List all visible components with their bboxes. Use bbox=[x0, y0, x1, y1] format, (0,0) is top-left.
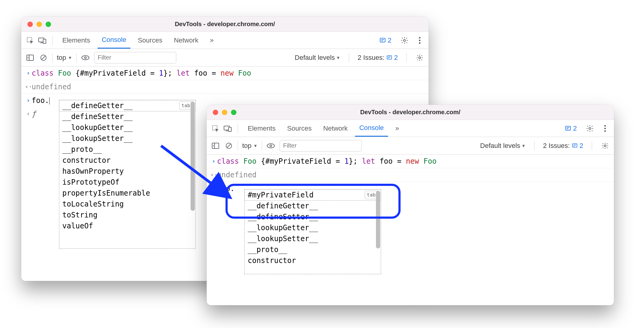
divider bbox=[349, 53, 349, 62]
autocomplete-item[interactable]: __lookupGetter__ bbox=[245, 222, 381, 233]
scrollbar[interactable] bbox=[376, 191, 380, 273]
device-toggle-icon[interactable] bbox=[38, 36, 47, 45]
devtools-window-after: DevTools - developer.chrome.com/ Element… bbox=[207, 105, 614, 305]
autocomplete-item[interactable]: __defineSetter__ bbox=[59, 111, 195, 122]
svg-rect-17 bbox=[566, 126, 571, 130]
autocomplete-item[interactable]: __defineGetter__ bbox=[245, 200, 381, 211]
tab-network[interactable]: Network bbox=[319, 120, 352, 137]
filter-input[interactable] bbox=[280, 140, 362, 152]
autocomplete-item[interactable]: __lookupSetter__ bbox=[245, 233, 381, 244]
log-levels-selector[interactable]: Default levels ▼ bbox=[295, 54, 340, 62]
minimize-icon[interactable] bbox=[222, 110, 227, 115]
issues-link[interactable]: 2 Issues: 2 bbox=[358, 54, 398, 62]
issues-label: 2 Issues: bbox=[358, 54, 384, 62]
levels-label: Default levels bbox=[295, 54, 335, 62]
svg-rect-3 bbox=[380, 38, 385, 42]
console-result-row: ‹· undefined bbox=[21, 80, 429, 94]
clear-console-icon[interactable] bbox=[39, 53, 48, 62]
inspect-icon[interactable] bbox=[26, 36, 35, 45]
autocomplete-item[interactable]: toString bbox=[59, 210, 195, 220]
close-icon[interactable] bbox=[213, 110, 218, 115]
tab-elements[interactable]: Elements bbox=[58, 32, 95, 49]
svg-point-10 bbox=[82, 56, 89, 60]
issues-indicator[interactable]: 2 bbox=[379, 36, 391, 44]
close-icon[interactable] bbox=[27, 22, 33, 27]
tab-sources[interactable]: Sources bbox=[133, 32, 167, 49]
svg-point-18 bbox=[589, 127, 591, 129]
console-settings-icon[interactable] bbox=[601, 141, 610, 150]
live-expression-icon[interactable] bbox=[81, 53, 90, 62]
context-label: top bbox=[242, 142, 252, 150]
autocomplete-item[interactable]: __lookupSetter__ bbox=[59, 133, 195, 144]
issues-indicator[interactable]: 2 bbox=[565, 125, 577, 132]
console-body: › class Foo {#myPrivateField = 1}; let f… bbox=[207, 155, 614, 195]
inspect-icon[interactable] bbox=[211, 124, 220, 133]
divider bbox=[52, 36, 53, 45]
tab-elements[interactable]: Elements bbox=[243, 120, 280, 137]
autocomplete-item[interactable]: __proto__ bbox=[245, 244, 381, 255]
autocomplete-item[interactable]: valueOf bbox=[59, 220, 195, 231]
autocomplete-item-label: __defineGetter__ bbox=[62, 100, 133, 111]
autocomplete-popup[interactable]: #myPrivateField tab __defineGetter__ __d… bbox=[244, 189, 381, 274]
divider bbox=[262, 141, 262, 150]
divider bbox=[238, 124, 238, 133]
chevron-down-icon: ▼ bbox=[522, 143, 526, 148]
tab-console[interactable]: Console bbox=[98, 32, 131, 49]
sidebar-toggle-icon[interactable] bbox=[211, 141, 220, 150]
autocomplete-item[interactable]: __defineGetter__ tab bbox=[59, 100, 196, 111]
zoom-icon[interactable] bbox=[231, 110, 236, 115]
svg-point-21 bbox=[604, 130, 606, 132]
log-levels-selector[interactable]: Default levels ▼ bbox=[480, 142, 526, 150]
autocomplete-item[interactable]: isPrototypeOf bbox=[59, 177, 195, 188]
clear-console-icon[interactable] bbox=[224, 141, 233, 150]
sidebar-toggle-icon[interactable] bbox=[26, 53, 35, 62]
divider bbox=[238, 141, 238, 150]
console-input-code: class Foo {#myPrivateField = 1}; let foo… bbox=[217, 156, 437, 167]
issues-count: 2 bbox=[394, 54, 398, 62]
console-input-code: class Foo {#myPrivateField = 1}; let foo… bbox=[32, 68, 251, 79]
context-selector[interactable]: top ▼ bbox=[57, 54, 72, 62]
svg-point-6 bbox=[419, 39, 420, 41]
autocomplete-item[interactable]: #myPrivateField tab bbox=[244, 189, 381, 201]
console-prompt-text: foo. bbox=[32, 95, 50, 106]
panel-tabbar: Elements Console Sources Network » 2 bbox=[21, 32, 429, 49]
tabs-overflow[interactable]: » bbox=[206, 32, 218, 49]
autocomplete-item[interactable]: toLocaleString bbox=[59, 199, 195, 210]
console-settings-icon[interactable] bbox=[415, 53, 424, 62]
scrollbar[interactable] bbox=[191, 101, 195, 247]
svg-point-5 bbox=[419, 37, 420, 38]
kebab-menu-icon[interactable] bbox=[601, 124, 610, 133]
tabs-overflow[interactable]: » bbox=[391, 120, 403, 137]
autocomplete-popup[interactable]: __defineGetter__ tab __defineSetter__ __… bbox=[59, 100, 196, 249]
traffic-lights bbox=[27, 22, 51, 27]
titlebar: DevTools - developer.chrome.com/ bbox=[21, 17, 429, 32]
autocomplete-item[interactable]: constructor bbox=[245, 255, 381, 266]
context-selector[interactable]: top ▼ bbox=[242, 142, 257, 150]
svg-rect-16 bbox=[229, 127, 231, 132]
filter-input[interactable] bbox=[94, 52, 176, 63]
autocomplete-item[interactable]: propertyIsEnumerable bbox=[59, 188, 195, 199]
autocomplete-item[interactable]: __defineSetter__ bbox=[245, 211, 381, 222]
live-expression-icon[interactable] bbox=[266, 141, 275, 150]
zoom-icon[interactable] bbox=[46, 22, 51, 27]
tab-sources[interactable]: Sources bbox=[283, 120, 316, 137]
divider bbox=[592, 141, 592, 150]
kebab-menu-icon[interactable] bbox=[415, 36, 424, 45]
input-prompt-icon: › bbox=[25, 95, 32, 105]
autocomplete-item[interactable]: constructor bbox=[59, 155, 195, 166]
device-toggle-icon[interactable] bbox=[223, 124, 232, 133]
settings-icon[interactable] bbox=[400, 36, 409, 45]
svg-rect-26 bbox=[572, 144, 577, 147]
chevron-down-icon: ▼ bbox=[336, 55, 340, 60]
console-result: undefined bbox=[217, 169, 257, 180]
tab-network[interactable]: Network bbox=[170, 32, 203, 49]
autocomplete-item[interactable]: __lookupGetter__ bbox=[59, 122, 195, 133]
minimize-icon[interactable] bbox=[36, 22, 42, 27]
settings-icon[interactable] bbox=[585, 124, 594, 133]
issues-link[interactable]: 2 Issues: 2 bbox=[543, 142, 583, 150]
autocomplete-item[interactable]: __proto__ bbox=[59, 144, 195, 155]
svg-point-25 bbox=[270, 145, 272, 147]
tab-console[interactable]: Console bbox=[355, 120, 388, 137]
console-toolbar: top ▼ Default levels ▼ 2 Issues: 2 bbox=[207, 137, 614, 155]
autocomplete-item[interactable]: hasOwnProperty bbox=[59, 166, 195, 177]
